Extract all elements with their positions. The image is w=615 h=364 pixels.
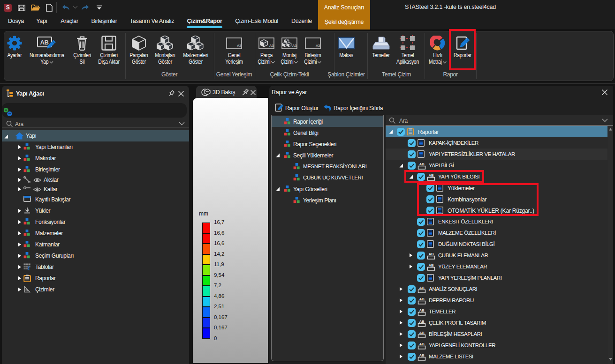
svg-text:AB: AB: [419, 297, 425, 301]
svg-text:AB: AB: [419, 353, 425, 357]
svg-text:AB: AB: [419, 286, 425, 290]
svg-text:AB: AB: [429, 252, 434, 256]
svg-text:Σ: Σ: [28, 266, 30, 271]
svg-text:A3: A3: [292, 44, 297, 48]
svg-text:AB: AB: [419, 162, 425, 166]
svg-text:AB: AB: [40, 39, 48, 46]
svg-text:AB: AB: [419, 319, 425, 324]
svg-text:AB: AB: [419, 308, 425, 312]
svg-text:AB: AB: [419, 342, 425, 346]
svg-text:A3: A3: [237, 44, 242, 48]
svg-text:AB: AB: [419, 331, 425, 335]
svg-text:AB: AB: [429, 263, 434, 267]
svg-text:A3: A3: [316, 44, 320, 48]
